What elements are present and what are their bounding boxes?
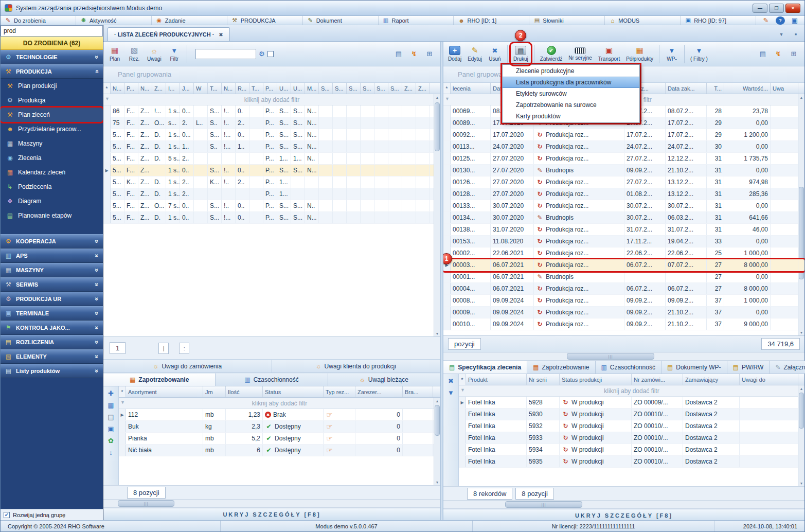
production-order-row[interactable]: 00004...06.07.2021Produkcja roz...06.07.… bbox=[443, 283, 804, 295]
orders-grid-vscroll[interactable] bbox=[798, 94, 804, 335]
menu-aktywność[interactable]: Aktywność bbox=[76, 16, 152, 25]
hide-details-bar-left[interactable]: UKRYJ SZCZEGÓŁY [F8] bbox=[103, 508, 440, 520]
refresh-icon[interactable] bbox=[774, 50, 783, 58]
monitor-icon[interactable] bbox=[790, 16, 799, 25]
sidebar-group-produkcja-ur[interactable]: PRODUKCJA UR bbox=[1, 292, 103, 306]
demand-row[interactable]: Nić białamb6Dostępny0 bbox=[119, 445, 440, 456]
sidebar-item-produkcja[interactable]: Produkcja bbox=[1, 93, 103, 108]
demand-row[interactable]: Bukkg2,3Dostępny0 bbox=[119, 421, 440, 433]
order-plan-row[interactable]: ▶5...F...Z...1 s...0..S...!..0..P...S...… bbox=[103, 165, 440, 176]
column-header[interactable]: N... bbox=[111, 83, 124, 94]
drukuj-button[interactable]: Drukuj2 bbox=[511, 43, 531, 65]
clear-filter-icon[interactable] bbox=[446, 377, 456, 385]
spec-grid-filter-row[interactable]: kliknij aby dodać filtr bbox=[459, 385, 804, 397]
column-header[interactable]: P... bbox=[124, 83, 138, 94]
chevron-down-icon[interactable] bbox=[777, 30, 786, 39]
order-plan-row[interactable]: 5...F...Z...O...7 s...0..S...!..0..P...S… bbox=[103, 200, 440, 212]
menu-zadanie[interactable]: Zadanie bbox=[152, 16, 227, 25]
column-header[interactable]: S... bbox=[374, 83, 388, 94]
menu-produkcja[interactable]: PRODUKCJA bbox=[227, 16, 303, 25]
uwagi-button[interactable]: Uwagi bbox=[145, 43, 164, 65]
menu-modus[interactable]: MODUS bbox=[605, 16, 681, 25]
left-toolbar-checkbox[interactable] bbox=[267, 51, 274, 57]
page-number-box[interactable]: 1 bbox=[110, 342, 126, 354]
left-toolbar-search-input[interactable] bbox=[195, 49, 256, 59]
sidebar-group-kontrola-jako[interactable]: KONTROLA JAKO... bbox=[1, 321, 103, 335]
column-header[interactable]: Zamawiający bbox=[683, 374, 740, 385]
minimize-button[interactable] bbox=[753, 4, 767, 13]
menu-do-zrobienia[interactable]: Do zrobienia bbox=[1, 16, 76, 25]
scroll-down-icon[interactable] bbox=[434, 479, 440, 485]
demand-grid-filter-row[interactable]: kliknij aby dodać filtr bbox=[119, 398, 440, 409]
column-header[interactable]: Z... bbox=[402, 83, 416, 94]
order-plan-row[interactable]: 86F...Z...!...1 s...0...S...!..0.P...S..… bbox=[103, 105, 440, 117]
column-header[interactable]: Asortyment bbox=[126, 386, 203, 397]
transport-button[interactable]: Transport bbox=[596, 43, 622, 65]
orders-hscroll[interactable] bbox=[443, 352, 804, 361]
sidebar-group-rozliczenia[interactable]: ROZLICZENIA bbox=[1, 335, 103, 349]
pin-icon[interactable] bbox=[791, 30, 800, 39]
plan-button[interactable]: Plan bbox=[105, 43, 124, 65]
column-header[interactable]: S... bbox=[347, 83, 361, 94]
column-header[interactable]: Typ rez... bbox=[324, 386, 355, 397]
usuń-button[interactable]: Usuń bbox=[486, 43, 504, 65]
scroll-thumb[interactable] bbox=[435, 405, 440, 436]
todo-header-button[interactable]: DO ZROBIENIA (62) bbox=[1, 37, 103, 50]
column-header[interactable]: N... bbox=[222, 83, 236, 94]
production-order-row[interactable]: 00126...27.07.2020Produkcja roz...27.07.… bbox=[443, 176, 804, 188]
column-header[interactable]: Nr zamówi... bbox=[632, 374, 683, 385]
order-plan-row[interactable]: 5...F...Z...D.5 s...2..P...1...1...N.. bbox=[103, 153, 440, 165]
column-header[interactable]: T... bbox=[707, 83, 724, 94]
sidebar-item-plan-zleceń[interactable]: Plan zleceń bbox=[1, 108, 103, 122]
rez-button[interactable]: Rez. bbox=[125, 43, 144, 65]
maximize-button[interactable] bbox=[769, 4, 784, 13]
export-icon[interactable] bbox=[106, 448, 116, 456]
column-header[interactable]: M... bbox=[305, 83, 319, 94]
scroll-down-icon[interactable] bbox=[434, 330, 440, 336]
spec-hscroll[interactable] bbox=[443, 501, 804, 509]
left-grouping-panel[interactable]: Panel grupowania bbox=[103, 66, 440, 83]
filtr-button[interactable]: Filtr bbox=[165, 43, 184, 65]
pager-mark[interactable]: : bbox=[179, 343, 189, 354]
subtab-pw-rw[interactable]: PW/RW bbox=[727, 361, 770, 374]
production-order-row[interactable]: 00010...09.09.2024Produkcja roz...09.09.… bbox=[443, 318, 804, 330]
subtab-dokumenty-wp[interactable]: Dokumenty WP- bbox=[661, 361, 727, 374]
demand-row[interactable]: ▶112mb1,23Brak0 bbox=[119, 409, 440, 421]
scroll-up-icon[interactable] bbox=[434, 398, 440, 404]
column-header[interactable]: Ilość bbox=[226, 386, 263, 397]
pager-mark[interactable]: | bbox=[158, 343, 169, 354]
sidebar-item-plan-produkcji[interactable]: Plan produkcji bbox=[1, 79, 103, 93]
column-header[interactable]: Uwa bbox=[771, 83, 798, 94]
sidebar-item-podzlecenia[interactable]: Podzlecenia bbox=[1, 180, 103, 194]
scroll-thumb[interactable] bbox=[505, 501, 582, 508]
order-plan-row[interactable]: 75F...Z...O...s...2.L..S..!..2..P...S...… bbox=[103, 117, 440, 129]
copy-icon[interactable] bbox=[106, 424, 116, 433]
menu-słowniki[interactable]: Słowniki bbox=[529, 16, 605, 25]
spec-grid-vscroll[interactable] bbox=[798, 385, 804, 486]
column-header[interactable]: Z... bbox=[416, 83, 430, 94]
zatwierdź-button[interactable]: Zatwierdź bbox=[538, 43, 565, 65]
menu-item-etykiety-surowców[interactable]: Etykiety surowców bbox=[503, 88, 639, 99]
scroll-up-icon[interactable] bbox=[798, 94, 804, 100]
production-order-row[interactable]: 00001...06.07.2021Brudnopis270,00 bbox=[443, 271, 804, 283]
menu-rho-id-97[interactable]: RHO [ID: 97] bbox=[681, 16, 756, 25]
demand-grid-vscroll[interactable] bbox=[434, 398, 440, 485]
column-header[interactable]: S... bbox=[388, 83, 402, 94]
column-header[interactable]: R... bbox=[236, 83, 249, 94]
production-order-row[interactable]: 00125...27.07.2020Produkcja roz...27.07.… bbox=[443, 153, 804, 165]
column-header[interactable]: Z... bbox=[152, 83, 166, 94]
column-header[interactable]: S... bbox=[361, 83, 374, 94]
production-order-row[interactable]: ▶00003...06.07.2021Produkcja roz...06.07… bbox=[443, 259, 804, 271]
sidebar-group-technologie[interactable]: TECHNOLOGIE bbox=[1, 50, 103, 64]
sidebar-item-przydzielanie-pracow[interactable]: Przydzielanie pracow... bbox=[1, 122, 103, 136]
expand-one-group-checkbox[interactable] bbox=[4, 512, 10, 518]
scroll-down-icon[interactable] bbox=[798, 480, 804, 486]
layout-icon[interactable] bbox=[425, 50, 434, 58]
production-order-row[interactable]: 00138...31.07.2020Produkcja roz...31.07.… bbox=[443, 224, 804, 236]
menu-item-karty-produktów[interactable]: Karty produktów bbox=[503, 111, 639, 122]
dodaj-button[interactable]: Dodaj bbox=[445, 43, 464, 65]
menu-item-zlecenie-produkcyjne[interactable]: Zlecenie produkcyjne bbox=[503, 65, 639, 77]
column-chooser-icon[interactable] bbox=[394, 50, 403, 58]
column-header[interactable]: Nr serii bbox=[527, 374, 560, 385]
wp-button[interactable]: WP- bbox=[663, 43, 681, 65]
